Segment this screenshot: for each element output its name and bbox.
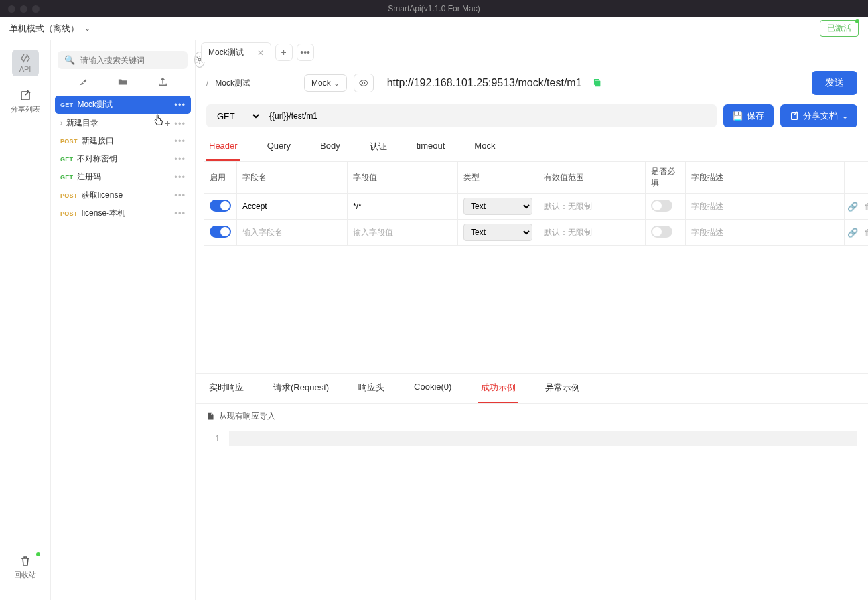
headers-table: 启用 字段名 字段值 类型 有效值范围 是否必填 字段描述 Text: [204, 161, 868, 246]
topbar: 单机模式（离线） ⌄ 已激活: [0, 17, 868, 40]
request-header-row: / Mock测试 Mock ⌄ http://192.168.101.25:95…: [196, 64, 868, 100]
import-from-response[interactable]: 从现有响应导入: [196, 404, 868, 429]
more-icon[interactable]: •••: [174, 172, 186, 182]
pin-icon[interactable]: [78, 77, 88, 86]
search-input[interactable]: [80, 56, 181, 65]
file-tabs-row: Mock测试 ✕ + •••: [196, 40, 868, 64]
resp-tab-headers[interactable]: 响应头: [356, 374, 387, 403]
export-icon[interactable]: [157, 77, 168, 86]
tab-more-button[interactable]: •••: [297, 44, 314, 61]
col-enable: 启用: [204, 162, 237, 194]
field-name-input[interactable]: [242, 202, 342, 211]
notification-dot-icon: [36, 552, 40, 556]
tree-label: 新建接口: [82, 135, 114, 147]
save-button[interactable]: 保存: [723, 104, 774, 127]
col-name: 字段名: [237, 162, 348, 194]
method-select[interactable]: GET: [214, 110, 261, 122]
more-icon[interactable]: •••: [174, 154, 186, 164]
tab-body[interactable]: Body: [317, 134, 343, 161]
copy-url-button[interactable]: [593, 78, 602, 88]
rail-api[interactable]: API: [12, 50, 39, 76]
enable-toggle[interactable]: [210, 226, 231, 238]
method-badge: GET: [60, 156, 73, 163]
method-badge: GET: [60, 174, 73, 181]
preview-button[interactable]: [354, 74, 374, 92]
field-type-select[interactable]: Text: [463, 198, 532, 215]
resp-tab-realtime[interactable]: 实时响应: [206, 374, 246, 403]
tab-query[interactable]: Query: [265, 134, 293, 161]
link-icon[interactable]: 🔗: [847, 228, 858, 238]
field-desc-input[interactable]: [691, 202, 839, 211]
rail-recycle[interactable]: 回收站: [14, 555, 36, 580]
add-icon[interactable]: +: [165, 118, 170, 129]
tree-item-license-local[interactable]: POSTlicense-本机 •••: [55, 204, 191, 222]
max-window-icon[interactable]: [32, 5, 40, 13]
enable-toggle[interactable]: [210, 200, 231, 212]
delete-icon[interactable]: 🗑: [864, 202, 868, 212]
field-name-input[interactable]: [242, 228, 342, 237]
field-desc-input[interactable]: [691, 228, 839, 237]
export-icon-svg: [157, 77, 168, 86]
delete-icon[interactable]: 🗑: [864, 228, 868, 238]
tree-item-asym-key[interactable]: GET不对称密钥 •••: [55, 150, 191, 168]
header-row: Text 🔗 🗑: [204, 220, 869, 246]
activation-badge[interactable]: 已激活: [820, 20, 859, 37]
rail-recycle-label: 回收站: [14, 570, 36, 580]
more-icon[interactable]: •••: [174, 208, 186, 218]
url-template-input[interactable]: [269, 111, 709, 121]
required-toggle[interactable]: [651, 226, 672, 238]
link-icon[interactable]: 🔗: [847, 202, 858, 212]
table-header-row: 启用 字段名 字段值 类型 有效值范围 是否必填 字段描述: [204, 162, 869, 194]
section-tabs: Header Query Body 认证 timeout Mock: [196, 134, 868, 161]
close-window-icon[interactable]: [8, 5, 15, 13]
nav-rail: API 分享列表 回收站: [0, 40, 51, 600]
more-icon[interactable]: •••: [174, 190, 186, 200]
tab-mock[interactable]: Mock: [472, 134, 498, 161]
tree-label: license-本机: [82, 208, 125, 219]
code-editor[interactable]: 1: [196, 429, 868, 449]
tree-item-get-license[interactable]: POST获取license •••: [55, 186, 191, 204]
field-type-select[interactable]: Text: [463, 224, 532, 241]
code-line-1[interactable]: [229, 431, 857, 446]
rail-share-list[interactable]: 分享列表: [11, 90, 40, 115]
field-range-input[interactable]: [544, 228, 640, 237]
rail-share-label: 分享列表: [11, 104, 40, 115]
field-value-input[interactable]: [353, 202, 452, 211]
new-tab-button[interactable]: +: [275, 44, 293, 61]
mode-dropdown[interactable]: 单机模式（离线） ⌄: [9, 23, 90, 35]
required-toggle[interactable]: [651, 200, 672, 212]
field-value-input[interactable]: [353, 228, 452, 237]
sidebar: 🔍 GETMock测试 ••• ›新建目录 +••• POST新建接口: [51, 40, 196, 600]
main-shell: API 分享列表 回收站 🔍: [0, 40, 868, 600]
tab-timeout[interactable]: timeout: [414, 134, 448, 161]
share-label: 分享文档: [803, 110, 838, 122]
resp-tab-cookie[interactable]: Cookie(0): [411, 374, 454, 403]
tab-header[interactable]: Header: [206, 134, 240, 161]
send-button[interactable]: 发送: [812, 71, 857, 95]
folder-icon[interactable]: [117, 77, 128, 86]
tree-item-new-folder[interactable]: ›新建目录 +•••: [55, 114, 191, 132]
share-icon: [790, 111, 799, 121]
field-range-input[interactable]: [544, 202, 640, 211]
tree-item-mock-test[interactable]: GETMock测试 •••: [55, 96, 191, 114]
more-icon[interactable]: •••: [174, 136, 186, 146]
share-list-icon: [19, 90, 31, 102]
min-window-icon[interactable]: [20, 5, 27, 13]
search-input-wrap[interactable]: 🔍: [58, 51, 188, 69]
more-icon[interactable]: •••: [174, 119, 186, 129]
method-badge: POST: [60, 192, 78, 199]
file-tab-mock-test[interactable]: Mock测试 ✕: [201, 42, 271, 62]
resp-tab-success[interactable]: 成功示例: [478, 374, 518, 403]
close-tab-icon[interactable]: ✕: [257, 48, 264, 58]
share-doc-button[interactable]: 分享文档 ⌄: [780, 104, 857, 127]
tree-item-new-api[interactable]: POST新建接口 •••: [55, 132, 191, 150]
tree-item-reg-code[interactable]: GET注册码 •••: [55, 168, 191, 186]
resp-tab-error[interactable]: 异常示例: [542, 374, 583, 403]
method-badge: POST: [60, 210, 78, 217]
resp-tab-request[interactable]: 请求(Request): [271, 374, 332, 403]
search-icon: 🔍: [64, 55, 75, 65]
more-icon[interactable]: •••: [174, 100, 186, 110]
content-area: Mock测试 ✕ + ••• / Mock测试 Mock ⌄ http://19…: [196, 40, 868, 600]
tab-auth[interactable]: 认证: [367, 134, 390, 161]
mock-dropdown[interactable]: Mock ⌄: [304, 74, 347, 92]
